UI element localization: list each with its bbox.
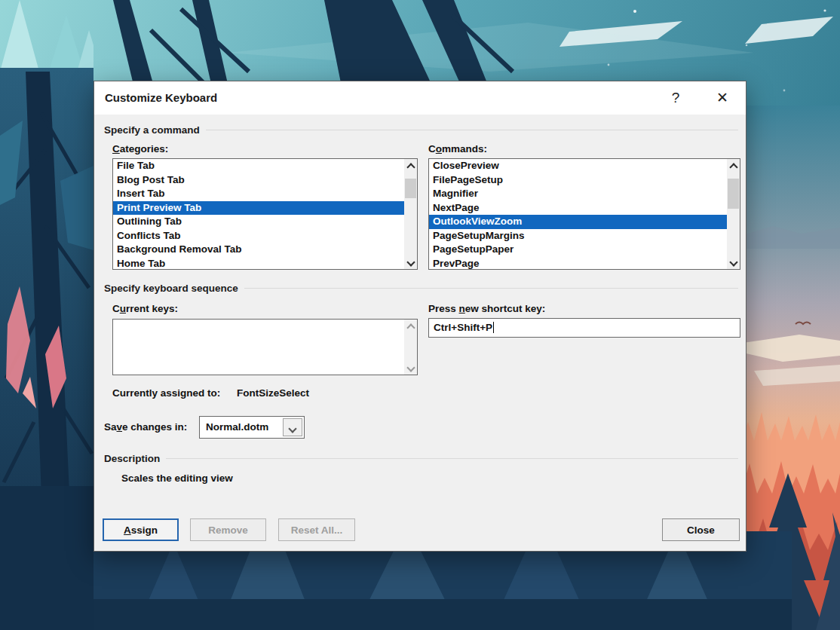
specify-sequence-group-header: Specify keyboard sequence — [104, 282, 738, 294]
commands-listbox[interactable]: ClosePreview FilePageSetup Magnifier Nex… — [428, 158, 740, 270]
list-item[interactable]: Background Removal Tab — [113, 243, 404, 257]
scrollbar-thumb[interactable] — [728, 179, 739, 209]
chevron-down-icon — [288, 424, 296, 433]
list-item-selected[interactable]: OutlookViewZoom — [429, 215, 727, 229]
dialog-titlebar: Customize Keyboard ? ✕ — [94, 81, 746, 115]
list-item[interactable]: Magnifier — [429, 187, 727, 201]
list-item[interactable]: PageSetupMargins — [429, 229, 727, 243]
list-item[interactable]: Outlining Tab — [113, 215, 404, 229]
commands-label: Commands: — [428, 143, 487, 154]
categories-scrollbar[interactable] — [404, 159, 417, 269]
dialog-title: Customize Keyboard — [105, 81, 217, 115]
remove-button[interactable]: Remove — [190, 518, 266, 541]
list-item[interactable]: ClosePreview — [429, 159, 727, 173]
save-changes-dropdown[interactable]: Normal.dotm — [199, 416, 305, 439]
currently-assigned-value: FontSizeSelect — [237, 387, 309, 399]
scroll-up-icon[interactable] — [404, 320, 417, 332]
save-changes-value: Normal.dotm — [200, 417, 281, 438]
categories-listbox[interactable]: File Tab Blog Post Tab Insert Tab Print … — [112, 158, 418, 270]
scroll-down-icon[interactable] — [404, 362, 417, 375]
dropdown-button[interactable] — [283, 418, 302, 436]
list-item[interactable]: Home Tab — [113, 257, 404, 270]
description-text: Scales the editing view — [121, 472, 233, 484]
list-item[interactable]: Conflicts Tab — [113, 229, 404, 243]
shortcut-key-value: Ctrl+Shift+P — [434, 322, 492, 333]
list-item[interactable]: PageSetupPaper — [429, 243, 727, 257]
scrollbar-thumb[interactable] — [405, 179, 416, 198]
scroll-down-icon[interactable] — [404, 257, 417, 269]
list-item[interactable]: Blog Post Tab — [113, 173, 404, 188]
commands-scrollbar[interactable] — [727, 159, 740, 269]
currently-assigned-label: Currently assigned to: — [112, 387, 220, 399]
assign-button[interactable]: Assign — [103, 518, 179, 541]
list-item[interactable]: Insert Tab — [113, 187, 404, 201]
scroll-up-icon[interactable] — [727, 159, 740, 171]
list-item[interactable]: File Tab — [113, 159, 404, 173]
description-group-header: Description — [104, 452, 738, 464]
list-item[interactable]: NextPage — [429, 201, 727, 216]
close-button[interactable]: Close — [662, 518, 740, 541]
categories-label: Categories: — [112, 143, 168, 154]
specify-command-group-header: Specify a command — [104, 124, 738, 136]
desktop: Customize Keyboard ? ✕ Specify a command… — [0, 0, 840, 630]
shortcut-key-label: Press new shortcut key: — [428, 303, 545, 314]
current-keys-value — [113, 320, 404, 334]
scroll-down-icon[interactable] — [727, 257, 740, 269]
list-item[interactable]: FilePageSetup — [429, 173, 727, 188]
list-item-selected[interactable]: Print Preview Tab — [113, 201, 404, 216]
current-keys-label: Current keys: — [112, 303, 178, 314]
text-caret — [493, 322, 494, 333]
shortcut-key-input[interactable]: Ctrl+Shift+P — [428, 318, 740, 338]
close-icon[interactable]: ✕ — [706, 81, 739, 115]
list-item[interactable]: PrevPage — [429, 257, 727, 270]
current-keys-scrollbar[interactable] — [404, 320, 417, 375]
scroll-up-icon[interactable] — [404, 159, 417, 171]
customize-keyboard-dialog: Customize Keyboard ? ✕ Specify a command… — [94, 81, 746, 552]
reset-all-button[interactable]: Reset All... — [278, 518, 355, 541]
help-icon[interactable]: ? — [659, 81, 692, 115]
save-changes-label: Save changes in: — [104, 421, 187, 433]
currently-assigned-row: Currently assigned to: FontSizeSelect — [112, 387, 309, 399]
current-keys-listbox[interactable] — [112, 319, 418, 375]
